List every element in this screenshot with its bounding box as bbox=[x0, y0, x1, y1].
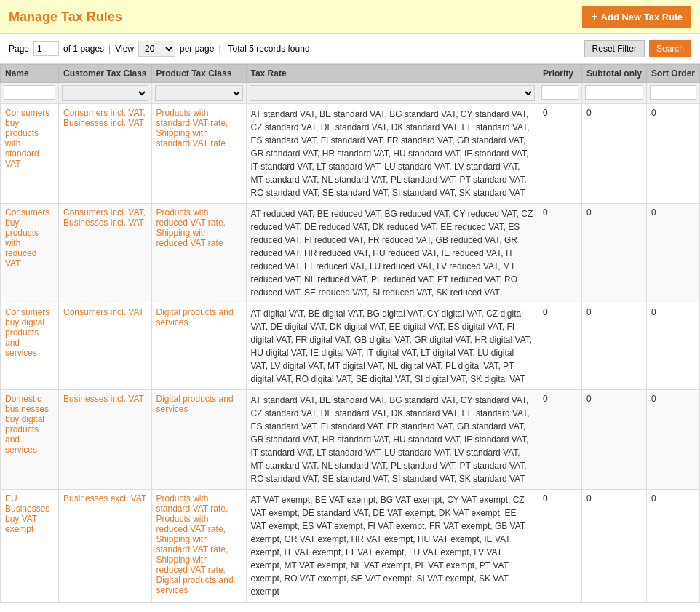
cell-customer-tax-class: Businesses incl. VAT bbox=[59, 390, 152, 490]
view-select[interactable]: 20 50 100 bbox=[138, 41, 175, 57]
cell-subtotal-only: 0 bbox=[581, 490, 646, 603]
page-label: Page bbox=[9, 44, 29, 54]
cell-name: Consumers buy products with standard VAT bbox=[1, 104, 59, 204]
cell-sort-order: 0 bbox=[646, 390, 699, 490]
cell-priority: 0 bbox=[538, 204, 581, 303]
cell-sort-order: 0 bbox=[646, 104, 699, 204]
cell-subtotal-only: 0 bbox=[581, 104, 646, 204]
col-header-name: Name bbox=[1, 65, 59, 83]
cell-name: Consumers buy products with reduced VAT bbox=[1, 204, 59, 303]
cell-subtotal-only: 0 bbox=[581, 204, 646, 303]
col-header-subtotal: Subtotal only bbox=[581, 65, 646, 83]
filter-name[interactable] bbox=[4, 85, 55, 100]
cell-customer-tax-class: Consumers incl. VAT, Businesses incl. VA… bbox=[59, 204, 152, 303]
page-title: Manage Tax Rules bbox=[9, 9, 122, 25]
cell-tax-rate: AT digital VAT, BE digital VAT, BG digit… bbox=[246, 303, 538, 390]
cell-tax-rate: AT standard VAT, BE standard VAT, BG sta… bbox=[246, 390, 538, 490]
add-new-tax-rule-button[interactable]: + Add New Tax Rule bbox=[582, 6, 691, 28]
search-button[interactable]: Search bbox=[649, 40, 691, 57]
cell-customer-tax-class: Businesses excl. VAT bbox=[59, 490, 152, 603]
cell-product-tax-class: Digital products and services bbox=[151, 390, 246, 490]
cell-priority: 0 bbox=[538, 390, 581, 490]
cell-subtotal-only: 0 bbox=[581, 303, 646, 390]
cell-sort-order: 0 bbox=[646, 490, 699, 603]
cell-name: Domestic businesses buy digital products… bbox=[1, 390, 59, 490]
filter-tax-rate[interactable] bbox=[250, 85, 535, 101]
cell-product-tax-class: Products with standard VAT rate, Product… bbox=[151, 490, 246, 603]
cell-customer-tax-class: Consumers incl. VAT, Businesses incl. VA… bbox=[59, 104, 152, 204]
cell-product-tax-class: Products with standard VAT rate, Shippin… bbox=[151, 104, 246, 204]
filter-priority[interactable] bbox=[541, 85, 578, 100]
cell-sort-order: 0 bbox=[646, 303, 699, 390]
per-page-label: per page bbox=[180, 44, 214, 54]
plus-icon: + bbox=[591, 10, 597, 23]
page-header: Manage Tax Rules + Add New Tax Rule bbox=[0, 0, 700, 34]
table-row[interactable]: Consumers buy digital products and servi… bbox=[1, 303, 700, 390]
col-header-customer: Customer Tax Class bbox=[59, 65, 152, 83]
filter-product-tax-class[interactable] bbox=[155, 85, 243, 101]
cell-product-tax-class: Products with reduced VAT rate, Shipping… bbox=[151, 204, 246, 303]
col-header-sort: Sort Order bbox=[646, 65, 699, 83]
cell-name: Consumers buy digital products and servi… bbox=[1, 303, 59, 390]
cell-tax-rate: AT standard VAT, BE standard VAT, BG sta… bbox=[246, 104, 538, 204]
cell-name: EU Businesses buy VAT exempt bbox=[1, 490, 59, 603]
toolbar: Page of 1 pages | View 20 50 100 per pag… bbox=[0, 34, 700, 64]
col-header-product: Product Tax Class bbox=[151, 65, 246, 83]
col-header-priority: Priority bbox=[538, 65, 581, 83]
filter-row bbox=[1, 83, 700, 104]
total-records: Total 5 records found bbox=[228, 44, 310, 54]
cell-tax-rate: AT reduced VAT, BE reduced VAT, BG reduc… bbox=[246, 204, 538, 303]
cell-priority: 0 bbox=[538, 303, 581, 390]
page-input[interactable] bbox=[33, 41, 59, 56]
table-row[interactable]: Consumers buy products with reduced VATC… bbox=[1, 204, 700, 303]
filter-customer-tax-class[interactable] bbox=[62, 85, 148, 101]
cell-sort-order: 0 bbox=[646, 204, 699, 303]
table-header-row: Name Customer Tax Class Product Tax Clas… bbox=[1, 65, 700, 83]
of-pages-label: of 1 pages bbox=[63, 44, 104, 54]
cell-tax-rate: AT VAT exempt, BE VAT exempt, BG VAT exe… bbox=[246, 490, 538, 603]
tax-rules-table: Name Customer Tax Class Product Tax Clas… bbox=[0, 64, 700, 603]
filter-sort-order[interactable] bbox=[650, 85, 696, 100]
cell-product-tax-class: Digital products and services bbox=[151, 303, 246, 390]
cell-customer-tax-class: Consumers incl. VAT bbox=[59, 303, 152, 390]
cell-priority: 0 bbox=[538, 490, 581, 603]
table-row[interactable]: EU Businesses buy VAT exemptBusinesses e… bbox=[1, 490, 700, 603]
cell-priority: 0 bbox=[538, 104, 581, 204]
filter-subtotal[interactable] bbox=[585, 85, 643, 100]
view-label: View bbox=[115, 44, 134, 54]
reset-filter-button[interactable]: Reset Filter bbox=[584, 40, 645, 57]
col-header-taxrate: Tax Rate bbox=[246, 65, 538, 83]
table-row[interactable]: Consumers buy products with standard VAT… bbox=[1, 104, 700, 204]
table-row[interactable]: Domestic businesses buy digital products… bbox=[1, 390, 700, 490]
cell-subtotal-only: 0 bbox=[581, 390, 646, 490]
